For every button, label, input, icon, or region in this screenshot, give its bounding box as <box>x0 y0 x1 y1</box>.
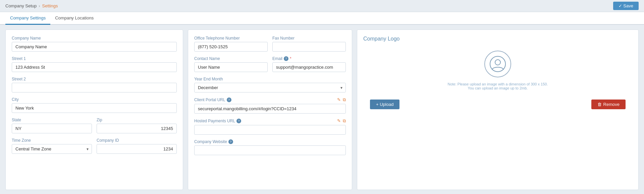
client-portal-copy-icon[interactable]: ⧉ <box>343 97 346 103</box>
hosted-payments-help-icon[interactable]: ? <box>236 119 241 123</box>
contact-name-input[interactable] <box>194 62 268 72</box>
client-portal-url-input[interactable] <box>194 104 346 114</box>
city-group: City <box>12 97 177 113</box>
timezone-select[interactable]: Central Time Zone Eastern Time Zone Moun… <box>12 144 92 154</box>
street1-label: Street 1 <box>12 56 177 61</box>
contact-name-group: Contact Name <box>194 56 268 72</box>
fax-group: Fax Number <box>272 36 346 52</box>
state-zip-row: State Zip <box>12 118 177 138</box>
timezone-companyid-row: Time Zone Central Time Zone Eastern Time… <box>12 138 177 158</box>
tab-company-settings[interactable]: Company Settings <box>5 12 50 25</box>
tab-company-locations[interactable]: Company Locations <box>50 12 98 25</box>
hosted-payments-copy-icon[interactable]: ⧉ <box>343 118 346 124</box>
street1-group: Street 1 <box>12 56 177 72</box>
hosted-payments-url-label-row: Hosted Payments URL ? ✎ ⧉ <box>194 118 346 124</box>
logo-placeholder <box>484 51 511 77</box>
hosted-payments-edit-icon[interactable]: ✎ <box>337 118 341 124</box>
client-portal-url-group: Client Portal URL ? ✎ ⧉ <box>194 97 346 114</box>
state-input[interactable] <box>12 124 92 133</box>
breadcrumb-current: Settings <box>42 3 58 8</box>
office-phone-group: Office Telephone Number <box>194 36 268 52</box>
street1-input[interactable] <box>12 62 177 72</box>
breadcrumb-sep: › <box>39 3 40 8</box>
company-name-input[interactable] <box>12 42 177 52</box>
year-end-month-wrapper: JanuaryFebruaryMarch AprilMayJune JulyAu… <box>194 83 346 92</box>
hosted-payments-url-group: Hosted Payments URL ? ✎ ⧉ <box>194 118 346 135</box>
fax-input[interactable] <box>272 42 346 52</box>
company-website-input[interactable] <box>194 145 346 155</box>
email-input[interactable] <box>272 62 346 72</box>
timezone-label: Time Zone <box>12 138 92 143</box>
logo-actions: + Upload 🗑 Remove <box>363 100 632 109</box>
company-website-help-icon[interactable]: ? <box>228 139 233 144</box>
trash-icon: 🗑 <box>597 102 602 107</box>
company-id-input[interactable] <box>97 144 177 154</box>
street2-label: Street 2 <box>12 77 177 81</box>
client-portal-edit-icon[interactable]: ✎ <box>337 97 341 103</box>
fax-label: Fax Number <box>272 36 346 41</box>
company-website-label-row: Company Website ? <box>194 139 346 144</box>
client-portal-url-label-row: Client Portal URL ? ✎ ⧉ <box>194 97 346 103</box>
state-group: State <box>12 118 92 133</box>
year-end-month-select[interactable]: JanuaryFebruaryMarch AprilMayJune JulyAu… <box>194 83 346 92</box>
zip-group: Zip <box>97 118 177 133</box>
company-id-group: Company ID <box>97 138 177 154</box>
client-portal-help-icon[interactable]: ? <box>227 98 231 102</box>
logo-note: Note: Please upload an image with a dime… <box>447 82 548 90</box>
tabs-bar: Company Settings Company Locations <box>0 12 644 25</box>
city-input[interactable] <box>12 103 177 113</box>
contact-email-row: Contact Name Email ? * <box>194 56 346 77</box>
city-label: City <box>12 97 177 102</box>
breadcrumb-parent: Company Setup <box>5 3 37 8</box>
street2-group: Street 2 <box>12 77 177 92</box>
email-label: Email ? * <box>272 56 346 61</box>
state-label: State <box>12 118 92 122</box>
save-button[interactable]: ✓ Save <box>613 2 639 10</box>
email-required-marker: * <box>290 56 291 61</box>
logo-section: Note: Please upload an image with a dime… <box>363 47 632 113</box>
zip-label: Zip <box>97 118 177 122</box>
email-group: Email ? * <box>272 56 346 72</box>
company-website-group: Company Website ? <box>194 139 346 155</box>
office-phone-label: Office Telephone Number <box>194 36 268 41</box>
upload-button[interactable]: + Upload <box>370 100 399 109</box>
remove-button[interactable]: 🗑 Remove <box>591 100 626 109</box>
company-name-group: Company Name <box>12 36 177 52</box>
office-phone-input[interactable] <box>194 42 268 52</box>
logo-panel-title: Company Logo <box>363 36 632 42</box>
email-help-icon[interactable]: ? <box>284 56 288 61</box>
phone-fax-row: Office Telephone Number Fax Number <box>194 36 346 56</box>
street2-input[interactable] <box>12 83 177 92</box>
main-content: Company Name Street 1 Street 2 City Stat… <box>0 25 644 194</box>
year-end-month-label: Year End Month <box>194 77 346 81</box>
left-panel: Company Name Street 1 Street 2 City Stat… <box>5 29 183 190</box>
hosted-payments-url-input[interactable] <box>194 125 346 135</box>
breadcrumb: Company Setup › Settings <box>5 3 58 8</box>
svg-point-1 <box>495 60 500 65</box>
timezone-group: Time Zone Central Time Zone Eastern Time… <box>12 138 92 154</box>
company-name-label: Company Name <box>12 36 177 41</box>
middle-panel: Office Telephone Number Fax Number Conta… <box>188 29 352 190</box>
year-end-month-group: Year End Month JanuaryFebruaryMarch Apri… <box>194 77 346 92</box>
top-bar: Company Setup › Settings ✓ Save <box>0 0 644 12</box>
company-id-label: Company ID <box>97 138 177 143</box>
zip-input[interactable] <box>97 124 177 133</box>
contact-name-label: Contact Name <box>194 56 268 61</box>
timezone-select-wrapper: Central Time Zone Eastern Time Zone Moun… <box>12 144 92 154</box>
right-panel: Company Logo Note: Please upload an imag… <box>357 29 639 190</box>
